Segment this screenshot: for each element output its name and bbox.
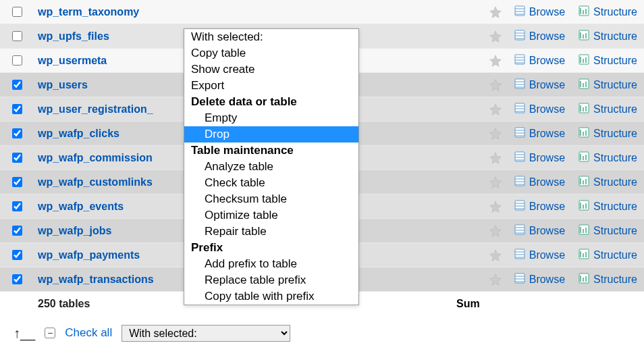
row-checkbox[interactable] (12, 7, 22, 17)
structure-link[interactable]: Structure (572, 78, 644, 92)
structure-link[interactable]: Structure (572, 127, 644, 140)
structure-icon (579, 273, 589, 286)
favorite-star-icon[interactable] (483, 176, 508, 189)
favorite-star-icon[interactable] (483, 78, 508, 92)
table-name-link[interactable]: wp_wafp_jobs (38, 225, 111, 236)
structure-icon (579, 127, 589, 140)
with-selected-dropdown[interactable]: With selected: (122, 325, 290, 342)
favorite-star-icon[interactable] (483, 200, 508, 213)
table-name-link[interactable]: wp_wafp_clicks (38, 128, 119, 139)
table-name-link[interactable]: wp_term_taxonomy (38, 6, 139, 18)
menu-item[interactable]: Drop (184, 126, 358, 143)
menu-item[interactable]: Export (184, 78, 358, 94)
menu-header: Delete data or table (184, 94, 358, 110)
with-selected-menu: With selected:Copy tableShow createExpor… (184, 28, 359, 305)
uncheck-all-button[interactable]: − (45, 328, 55, 338)
row-checkbox[interactable] (12, 226, 22, 236)
favorite-star-icon[interactable] (483, 54, 508, 68)
favorite-star-icon[interactable] (483, 103, 508, 116)
menu-item[interactable]: Analyze table (184, 159, 358, 175)
browse-link[interactable]: Browse (508, 78, 572, 92)
menu-item[interactable]: Repair table (184, 224, 358, 240)
menu-header: Table maintenance (184, 143, 358, 159)
table-name-link[interactable]: wp_wafp_commission (38, 152, 153, 163)
row-checkbox[interactable] (12, 274, 22, 284)
structure-icon (579, 30, 589, 43)
favorite-star-icon[interactable] (483, 249, 508, 262)
table-row: wp_term_taxonomyBrowseStructure (0, 0, 644, 24)
browse-link[interactable]: Browse (508, 54, 572, 68)
browse-link[interactable]: Browse (508, 127, 572, 140)
structure-link[interactable]: Structure (572, 54, 644, 68)
structure-icon (579, 54, 589, 68)
favorite-star-icon[interactable] (483, 127, 508, 140)
browse-icon (514, 200, 525, 213)
row-checkbox[interactable] (12, 31, 22, 41)
structure-link[interactable]: Structure (572, 151, 644, 165)
table-name-link[interactable]: wp_wafp_events (38, 201, 124, 212)
browse-link[interactable]: Browse (508, 200, 572, 213)
menu-item[interactable]: Optimize table (184, 207, 358, 224)
table-name-link[interactable]: wp_upfs_files (38, 30, 109, 42)
browse-link[interactable]: Browse (508, 224, 572, 238)
favorite-star-icon[interactable] (483, 151, 508, 165)
menu-item[interactable]: Check table (184, 175, 358, 191)
menu-item[interactable]: Empty (184, 110, 358, 126)
menu-item[interactable]: Copy table (184, 45, 358, 61)
structure-link[interactable]: Structure (572, 176, 644, 189)
browse-icon (514, 273, 525, 286)
table-name-link[interactable]: wp_user_registration_ (38, 103, 153, 115)
row-checkbox[interactable] (12, 201, 22, 211)
row-checkbox[interactable] (12, 55, 22, 66)
menu-header: Prefix (184, 240, 358, 256)
structure-icon (579, 103, 589, 116)
favorite-star-icon[interactable] (483, 30, 508, 43)
browse-icon (514, 176, 525, 189)
structure-icon (579, 224, 589, 238)
structure-link[interactable]: Structure (572, 249, 644, 262)
table-name-link[interactable]: wp_wafp_customlinks (38, 176, 153, 188)
table-name-link[interactable]: wp_users (38, 79, 88, 90)
table-name-link[interactable]: wp_usermeta (38, 55, 107, 66)
check-all-link[interactable]: Check all (65, 326, 112, 340)
favorite-star-icon[interactable] (483, 224, 508, 238)
browse-icon (514, 224, 525, 238)
structure-link[interactable]: Structure (572, 273, 644, 286)
browse-icon (514, 249, 525, 262)
browse-icon (514, 78, 525, 92)
table-name-link[interactable]: wp_wafp_transactions (38, 274, 154, 285)
row-checkbox[interactable] (12, 104, 22, 114)
structure-link[interactable]: Structure (572, 30, 644, 43)
menu-item[interactable]: Copy table with prefix (184, 288, 358, 305)
browse-link[interactable]: Browse (508, 249, 572, 262)
row-checkbox[interactable] (12, 250, 22, 260)
structure-icon (579, 5, 589, 19)
favorite-star-icon[interactable] (483, 5, 508, 19)
browse-link[interactable]: Browse (508, 30, 572, 43)
browse-icon (514, 103, 525, 116)
structure-icon (579, 78, 589, 92)
structure-icon (579, 176, 589, 189)
structure-link[interactable]: Structure (572, 5, 644, 19)
browse-link[interactable]: Browse (508, 176, 572, 189)
structure-link[interactable]: Structure (572, 224, 644, 238)
browse-link[interactable]: Browse (508, 273, 572, 286)
browse-link[interactable]: Browse (508, 151, 572, 165)
arrow-up-icon: ↑__ (14, 326, 35, 340)
row-checkbox[interactable] (12, 80, 22, 90)
browse-icon (514, 30, 525, 43)
row-checkbox[interactable] (12, 177, 22, 187)
favorite-star-icon[interactable] (483, 273, 508, 286)
menu-item[interactable]: Replace table prefix (184, 272, 358, 288)
structure-link[interactable]: Structure (572, 103, 644, 116)
menu-item[interactable]: Show create (184, 61, 358, 78)
menu-item[interactable]: Add prefix to table (184, 256, 358, 272)
table-name-link[interactable]: wp_wafp_payments (38, 249, 140, 261)
menu-header: With selected: (184, 29, 358, 45)
row-checkbox[interactable] (12, 128, 22, 138)
row-checkbox[interactable] (12, 153, 22, 163)
browse-link[interactable]: Browse (508, 5, 572, 19)
browse-link[interactable]: Browse (508, 103, 572, 116)
menu-item[interactable]: Checksum table (184, 191, 358, 207)
structure-link[interactable]: Structure (572, 200, 644, 213)
